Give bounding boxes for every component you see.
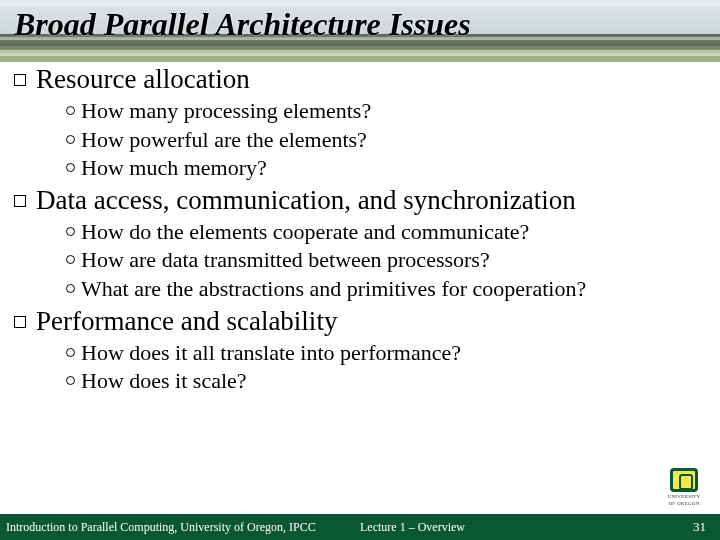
section-heading: Resource allocation [36,64,250,95]
footer-center-text: Lecture 1 – Overview [360,520,620,535]
circle-bullet-icon [66,376,75,385]
list-item-text: How many processing elements? [81,97,371,126]
square-bullet-icon [14,74,26,86]
section-header: Data access, communication, and synchron… [14,185,706,216]
section-heading: Performance and scalability [36,306,337,337]
sub-list: How many processing elements? How powerf… [14,97,706,183]
list-item: How many processing elements? [66,97,706,126]
list-item: How does it scale? [66,367,706,396]
circle-bullet-icon [66,106,75,115]
list-item-text: How does it all translate into performan… [81,339,461,368]
section-data-access: Data access, communication, and synchron… [14,185,706,304]
university-logo: UNIVERSITY OF OREGON [658,468,710,510]
section-resource-allocation: Resource allocation How many processing … [14,64,706,183]
slide-title: Broad Parallel Architecture Issues [14,6,471,43]
circle-bullet-icon [66,284,75,293]
list-item: How much memory? [66,154,706,183]
list-item: How powerful are the elements? [66,126,706,155]
circle-bullet-icon [66,163,75,172]
list-item-text: How much memory? [81,154,267,183]
section-header: Resource allocation [14,64,706,95]
logo-text-1: UNIVERSITY [668,494,701,499]
oregon-o-icon [670,468,698,492]
circle-bullet-icon [66,255,75,264]
footer-left-text: Introduction to Parallel Computing, Univ… [0,520,360,535]
logo-text-2: OF OREGON [668,501,699,506]
list-item: How does it all translate into performan… [66,339,706,368]
circle-bullet-icon [66,227,75,236]
list-item: What are the abstractions and primitives… [66,275,706,304]
section-header: Performance and scalability [14,306,706,337]
list-item: How are data transmitted between process… [66,246,706,275]
slide-content: Resource allocation How many processing … [0,60,720,398]
list-item-text: What are the abstractions and primitives… [81,275,586,304]
list-item-text: How are data transmitted between process… [81,246,490,275]
slide-footer: Introduction to Parallel Computing, Univ… [0,514,720,540]
list-item-text: How powerful are the elements? [81,126,367,155]
list-item: How do the elements cooperate and commun… [66,218,706,247]
square-bullet-icon [14,316,26,328]
section-heading: Data access, communication, and synchron… [36,185,576,216]
list-item-text: How do the elements cooperate and commun… [81,218,529,247]
footer-page-number: 31 [620,519,720,535]
circle-bullet-icon [66,135,75,144]
sub-list: How do the elements cooperate and commun… [14,218,706,304]
sub-list: How does it all translate into performan… [14,339,706,396]
circle-bullet-icon [66,348,75,357]
list-item-text: How does it scale? [81,367,247,396]
square-bullet-icon [14,195,26,207]
section-performance: Performance and scalability How does it … [14,306,706,396]
